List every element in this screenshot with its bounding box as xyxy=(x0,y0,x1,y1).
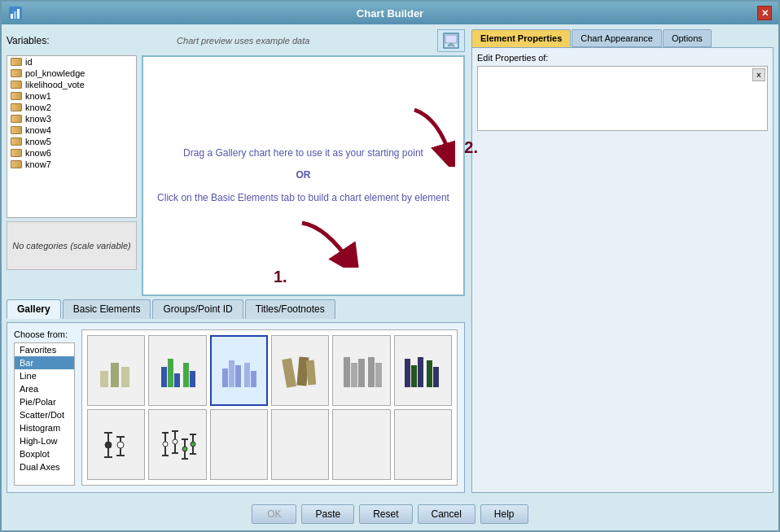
svg-rect-20 xyxy=(244,363,250,387)
gallery-line[interactable]: Line xyxy=(15,369,74,382)
chart-thumb-12[interactable] xyxy=(394,409,452,480)
svg-rect-26 xyxy=(351,363,357,387)
variables-label: Variables: xyxy=(7,35,49,46)
svg-rect-18 xyxy=(229,360,234,387)
ok-button[interactable]: OK xyxy=(252,504,296,524)
variables-col: id pol_knowledge likelihood_vote kn xyxy=(7,55,137,296)
svg-rect-5 xyxy=(445,35,457,43)
list-item[interactable]: likelihood_vote xyxy=(7,79,136,90)
right-tabs: Element Properties Chart Appearance Opti… xyxy=(471,29,773,47)
bottom-bar: OK Paste Reset Cancel Help xyxy=(2,498,778,530)
props-close-btn[interactable]: × xyxy=(752,68,765,81)
list-item[interactable]: know3 xyxy=(7,113,136,124)
gallery-boxplot[interactable]: Boxplot xyxy=(15,447,74,460)
svg-rect-10 xyxy=(111,363,119,387)
reset-button[interactable]: Reset xyxy=(359,504,412,524)
title-bar: Chart Builder ✕ xyxy=(2,2,778,24)
gallery-tab-content: Choose from: Favorites Bar Line Area Pie… xyxy=(7,322,465,493)
svg-point-58 xyxy=(191,442,195,447)
gallery-high-low[interactable]: High-Low xyxy=(15,434,74,447)
svg-point-46 xyxy=(163,442,168,447)
svg-rect-6 xyxy=(449,43,453,46)
var-icon xyxy=(11,137,22,146)
chart-thumb-9[interactable] xyxy=(210,409,268,480)
bottom-tabs: Gallery Basic Elements Groups/Point ID T… xyxy=(7,299,465,319)
tab-options[interactable]: Options xyxy=(663,29,712,47)
svg-rect-29 xyxy=(375,363,382,387)
list-item[interactable]: id xyxy=(7,56,136,68)
list-item[interactable]: know7 xyxy=(7,159,136,170)
list-item[interactable]: pol_knowledge xyxy=(7,68,136,79)
var-icon xyxy=(11,149,22,157)
chart-thumb-5[interactable] xyxy=(332,335,390,406)
svg-rect-31 xyxy=(411,365,417,387)
chart-thumb-1[interactable] xyxy=(87,335,145,406)
tab-groups-point-id[interactable]: Groups/Point ID xyxy=(152,299,243,319)
gallery-favorites[interactable]: Favorites xyxy=(15,343,74,356)
chart-thumb-7[interactable] xyxy=(87,409,145,480)
svg-rect-13 xyxy=(168,359,173,387)
svg-rect-25 xyxy=(344,357,350,387)
svg-rect-30 xyxy=(405,359,410,387)
svg-rect-24 xyxy=(305,360,316,385)
chart-thumb-4[interactable] xyxy=(271,335,329,406)
list-item[interactable]: know6 xyxy=(7,147,136,159)
variables-list[interactable]: id pol_knowledge likelihood_vote kn xyxy=(7,55,137,218)
tab-chart-appearance[interactable]: Chart Appearance xyxy=(572,29,662,47)
arrow-2 xyxy=(390,102,455,169)
var-icon xyxy=(11,126,22,134)
chart-thumb-8[interactable] xyxy=(148,409,206,480)
svg-rect-32 xyxy=(418,357,423,387)
gallery-scatter-dot[interactable]: Scatter/Dot xyxy=(15,408,74,421)
tab-gallery[interactable]: Gallery xyxy=(7,299,61,319)
svg-rect-21 xyxy=(251,371,256,387)
chart-thumb-11[interactable] xyxy=(332,409,390,480)
chart-thumb-6[interactable] xyxy=(394,335,452,406)
svg-rect-16 xyxy=(190,371,195,387)
svg-rect-15 xyxy=(183,363,189,387)
list-item[interactable]: know2 xyxy=(7,102,136,113)
app-icon xyxy=(8,6,23,20)
list-item[interactable]: know4 xyxy=(7,124,136,136)
tab-basic-elements[interactable]: Basic Elements xyxy=(63,299,151,319)
var-icon xyxy=(11,103,22,111)
svg-point-38 xyxy=(105,442,112,448)
properties-box: × xyxy=(477,66,768,131)
close-button[interactable]: ✕ xyxy=(757,6,772,20)
preview-icon-btn[interactable] xyxy=(437,29,465,52)
help-button[interactable]: Help xyxy=(480,504,528,524)
no-categories-box: No categories (scale variable) xyxy=(7,221,137,270)
chart-thumb-10[interactable] xyxy=(271,409,329,480)
svg-rect-12 xyxy=(161,367,167,387)
svg-rect-2 xyxy=(14,11,16,19)
tab-element-properties[interactable]: Element Properties xyxy=(471,29,571,47)
right-panel: Element Properties Chart Appearance Opti… xyxy=(470,24,778,498)
gallery-bar[interactable]: Bar xyxy=(15,356,74,369)
chart-thumbnails xyxy=(81,329,458,486)
svg-point-50 xyxy=(173,439,177,444)
svg-rect-22 xyxy=(282,358,296,388)
gallery-dual-axes[interactable]: Dual Axes xyxy=(15,460,74,473)
left-right-wrapper: id pol_knowledge likelihood_vote kn xyxy=(7,55,465,296)
paste-button[interactable]: Paste xyxy=(301,504,354,524)
tab-titles-footnotes[interactable]: Titles/Footnotes xyxy=(245,299,335,319)
gallery-layout: Choose from: Favorites Bar Line Area Pie… xyxy=(14,329,458,486)
choose-from-panel: Choose from: Favorites Bar Line Area Pie… xyxy=(14,329,75,486)
cancel-button[interactable]: Cancel xyxy=(418,504,475,524)
svg-point-42 xyxy=(117,442,124,448)
gallery-histogram[interactable]: Histogram xyxy=(15,421,74,434)
edit-props-label: Edit Properties of: xyxy=(477,53,768,63)
chart-thumb-2[interactable] xyxy=(148,335,206,406)
gallery-pie-polar[interactable]: Pie/Polar xyxy=(15,395,74,408)
svg-rect-1 xyxy=(11,14,13,19)
svg-rect-28 xyxy=(368,357,375,387)
chart-thumb-3[interactable] xyxy=(210,335,268,406)
svg-rect-27 xyxy=(358,359,365,387)
gallery-category-list[interactable]: Favorites Bar Line Area Pie/Polar Scatte… xyxy=(14,342,75,486)
list-item[interactable]: know1 xyxy=(7,90,136,102)
svg-rect-3 xyxy=(17,9,20,19)
chart-preview-area: Drag a Gallery chart here to use it as y… xyxy=(142,55,465,296)
gallery-area[interactable]: Area xyxy=(15,382,74,395)
svg-rect-34 xyxy=(433,367,439,387)
list-item[interactable]: know5 xyxy=(7,136,136,147)
